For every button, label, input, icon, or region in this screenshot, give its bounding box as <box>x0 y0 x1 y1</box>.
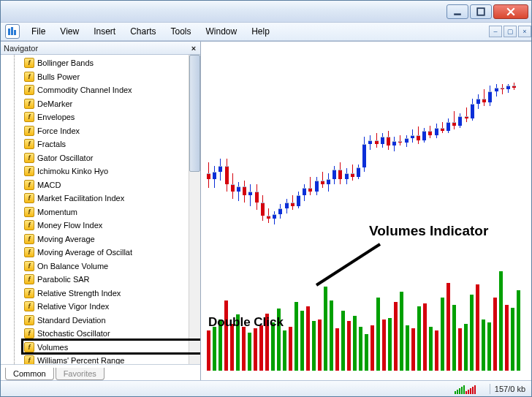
navigator-scrollbar[interactable] <box>189 55 200 364</box>
indicator-label: MACD <box>37 181 61 189</box>
navigator-panel: Navigator × fBollinger BandsfBulls Power… <box>1 42 201 380</box>
navigator-tabs: Common Favorites <box>1 364 200 380</box>
indicator-icon: f <box>24 180 34 190</box>
menu-window[interactable]: Window <box>199 24 245 39</box>
indicator-item[interactable]: fMoving Average <box>24 232 189 246</box>
indicator-item[interactable]: fMoney Flow Index <box>24 219 189 232</box>
indicator-label: Parabolic SAR <box>37 275 90 284</box>
workspace: Navigator × fBollinger BandsfBulls Power… <box>1 41 531 380</box>
indicator-item[interactable]: fFractals <box>24 137 189 151</box>
indicator-item[interactable]: fMomentum <box>24 205 189 219</box>
mdi-restore-button[interactable]: ▢ <box>503 26 517 37</box>
indicator-item[interactable]: fStandard Deviation <box>24 314 189 328</box>
menu-insert[interactable]: Insert <box>86 24 123 39</box>
indicator-label: Volumes <box>37 343 68 352</box>
indicator-icon: f <box>24 342 34 352</box>
indicator-item[interactable]: fVolumes <box>24 341 189 355</box>
indicator-icon: f <box>24 247 34 257</box>
menu-file[interactable]: File <box>24 24 53 39</box>
menu-charts[interactable]: Charts <box>123 24 163 39</box>
volume-indicator <box>201 254 531 371</box>
indicator-label: Momentum <box>37 208 77 216</box>
candlestick-chart <box>201 49 531 235</box>
indicator-label: Williams' Percent Range <box>37 356 124 364</box>
indicator-icon: f <box>24 261 34 271</box>
svg-rect-0 <box>454 13 461 15</box>
indicator-icon: f <box>24 220 34 230</box>
navigator-tree: fBollinger BandsfBulls PowerfCommodity C… <box>1 55 200 364</box>
minimize-button[interactable] <box>446 4 468 19</box>
indicator-icon: f <box>24 193 34 203</box>
indicator-item[interactable]: fMoving Average of Oscillat <box>24 246 189 260</box>
indicator-label: Gator Oscillator <box>37 154 93 162</box>
indicator-item[interactable]: fIchimoku Kinko Hyo <box>24 165 189 178</box>
indicator-icon: f <box>24 301 34 311</box>
indicator-label: Standard Deviation <box>37 316 106 325</box>
status-kb: 157/0 kb <box>495 385 525 393</box>
close-button[interactable] <box>493 4 528 19</box>
tab-common[interactable]: Common <box>5 368 54 380</box>
indicator-icon: f <box>24 99 34 109</box>
indicator-item[interactable]: fOn Balance Volume <box>24 260 189 273</box>
indicator-item[interactable]: fMACD <box>24 178 189 192</box>
indicator-label: Relative Strength Index <box>37 289 121 298</box>
indicator-icon: f <box>24 315 34 325</box>
indicator-item[interactable]: fParabolic SAR <box>24 273 189 287</box>
indicator-item[interactable]: fCommodity Channel Index <box>24 83 189 97</box>
indicator-item[interactable]: fRelative Strength Index <box>24 287 189 300</box>
mdi-minimize-button[interactable]: – <box>489 26 502 37</box>
indicator-item[interactable]: fGator Oscillator <box>24 151 189 165</box>
tree-guide-lines <box>1 55 24 364</box>
annotation-volumes-label: Volumes Indicator <box>369 223 488 239</box>
indicator-label: Bollinger Bands <box>37 58 94 67</box>
indicator-item[interactable]: fRelative Vigor Index <box>24 300 189 314</box>
scrollbar-thumb[interactable] <box>189 55 200 172</box>
indicator-label: Money Flow Index <box>37 221 102 230</box>
navigator-close-button[interactable]: × <box>189 43 199 53</box>
navigator-header: Navigator × <box>1 42 200 55</box>
indicator-item[interactable]: fMarket Facilitation Index <box>24 192 189 205</box>
connection-icon <box>455 384 476 394</box>
status-separator <box>490 384 490 394</box>
chart-area[interactable]: Volumes Indicator Double Click <box>201 42 531 380</box>
tab-favorites[interactable]: Favorites <box>56 368 104 380</box>
indicator-icon: f <box>24 85 34 95</box>
indicator-item[interactable]: fBulls Power <box>24 70 189 84</box>
mdi-close-button[interactable]: × <box>518 26 531 37</box>
svg-rect-1 <box>477 8 484 15</box>
annotation-double-click-label: Double Click <box>208 315 284 330</box>
indicator-label: Ichimoku Kinko Hyo <box>37 167 108 175</box>
svg-rect-2 <box>8 29 10 35</box>
indicator-icon: f <box>24 126 34 136</box>
indicator-item[interactable]: fStochastic Oscillator <box>24 327 189 341</box>
maximize-button[interactable] <box>470 4 492 19</box>
menu-tools[interactable]: Tools <box>164 24 199 39</box>
indicator-item[interactable]: fBollinger Bands <box>24 56 189 70</box>
indicator-item[interactable]: fForce Index <box>24 124 189 138</box>
indicator-label: Fractals <box>37 140 66 148</box>
indicator-icon: f <box>24 234 34 244</box>
statusbar: 157/0 kb <box>1 380 531 396</box>
indicator-item[interactable]: fWilliams' Percent Range <box>24 354 189 364</box>
titlebar <box>1 1 531 23</box>
indicator-icon: f <box>24 207 34 217</box>
indicator-label: Bulls Power <box>37 72 80 81</box>
indicator-list: fBollinger BandsfBulls PowerfCommodity C… <box>24 55 189 364</box>
indicator-icon: f <box>24 112 34 122</box>
indicator-icon: f <box>24 288 34 298</box>
indicator-item[interactable]: fEnvelopes <box>24 110 189 124</box>
indicator-icon: f <box>24 58 34 68</box>
indicator-label: Moving Average of Oscillat <box>37 248 132 257</box>
indicator-icon: f <box>24 274 34 284</box>
menu-view[interactable]: View <box>53 24 86 39</box>
indicator-label: Envelopes <box>37 113 75 121</box>
indicator-label: On Balance Volume <box>37 262 108 271</box>
indicator-icon: f <box>24 328 34 339</box>
indicator-item[interactable]: fDeMarker <box>24 97 189 111</box>
indicator-label: Force Index <box>37 126 80 135</box>
indicator-icon: f <box>24 355 34 364</box>
indicator-label: Market Facilitation Index <box>37 194 124 203</box>
menubar: FileViewInsertChartsToolsWindowHelp – ▢ … <box>1 23 531 41</box>
indicator-icon: f <box>24 166 34 176</box>
menu-help[interactable]: Help <box>244 24 277 39</box>
